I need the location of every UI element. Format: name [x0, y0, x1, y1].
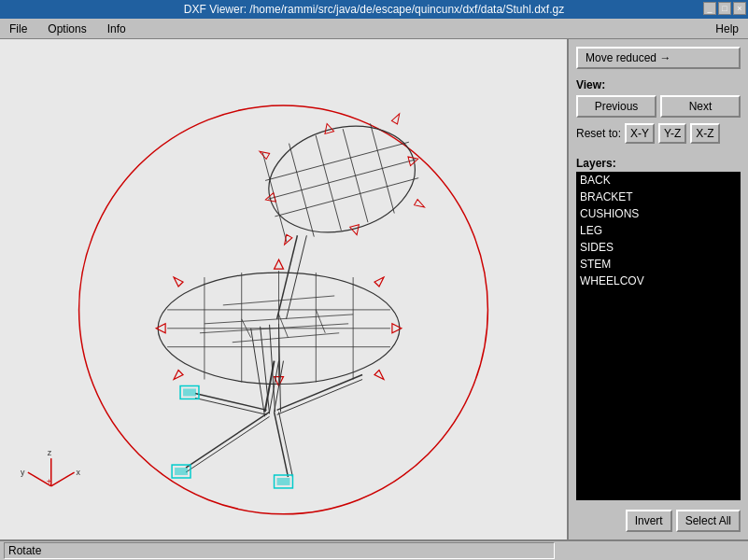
- view-section: View: Previous Next Reset to: X-Y Y-Z X-…: [576, 75, 741, 144]
- title-bar: DXF Viewer: /home/rammi/src/java/de/esca…: [0, 0, 748, 19]
- status-field: Rotate: [4, 542, 555, 559]
- svg-text:+: +: [47, 477, 51, 486]
- window-title: DXF Viewer: /home/rammi/src/java/de/esca…: [184, 3, 564, 16]
- xz-button[interactable]: X-Z: [690, 123, 719, 144]
- maximize-button[interactable]: □: [718, 2, 731, 15]
- svg-rect-48: [277, 478, 290, 485]
- status-text: Rotate: [8, 544, 41, 557]
- svg-rect-52: [183, 388, 196, 396]
- status-bar: Rotate: [0, 539, 748, 560]
- menu-items: File Options Info: [4, 21, 132, 37]
- right-panel: Move reduced → View: Previous Next Reset…: [569, 39, 748, 539]
- layer-item[interactable]: BRACKET: [576, 189, 741, 205]
- menu-help[interactable]: Help: [710, 21, 744, 37]
- menu-bar: File Options Info Help: [0, 19, 748, 39]
- svg-rect-44: [175, 468, 188, 475]
- layer-item[interactable]: CUSHIONS: [576, 205, 741, 222]
- menu-options[interactable]: Options: [42, 21, 92, 37]
- layers-section: Layers: BACKBRACKETCUSHIONSLEGSIDESSTEMW…: [576, 153, 741, 500]
- next-button[interactable]: Next: [660, 95, 741, 118]
- dxf-canvas: x y z +: [0, 39, 567, 539]
- minimize-button[interactable]: _: [703, 2, 716, 15]
- layer-item[interactable]: STEM: [576, 256, 741, 273]
- main-layout: x y z + Move reduced → View: Previous Ne…: [0, 39, 748, 539]
- invert-button[interactable]: Invert: [626, 510, 672, 532]
- svg-text:y: y: [21, 468, 25, 477]
- layers-list[interactable]: BACKBRACKETCUSHIONSLEGSIDESSTEMWHEELCOV: [576, 172, 741, 500]
- close-button[interactable]: ×: [733, 2, 746, 15]
- previous-button[interactable]: Previous: [576, 95, 656, 118]
- layer-item[interactable]: BACK: [576, 172, 741, 189]
- view-label: View:: [576, 78, 741, 91]
- yz-button[interactable]: Y-Z: [658, 123, 686, 144]
- svg-text:x: x: [77, 468, 81, 477]
- layer-item[interactable]: SIDES: [576, 239, 741, 256]
- layer-item[interactable]: LEG: [576, 222, 741, 239]
- layer-item[interactable]: WHEELCOV: [576, 273, 741, 289]
- svg-text:z: z: [48, 448, 52, 457]
- select-all-button[interactable]: Select All: [676, 510, 741, 532]
- menu-file[interactable]: File: [4, 21, 33, 37]
- layers-label: Layers:: [576, 157, 741, 170]
- move-reduced-button[interactable]: Move reduced →: [576, 47, 741, 69]
- reset-label: Reset to:: [576, 127, 621, 140]
- window-controls: _ □ ×: [703, 2, 746, 15]
- viewport[interactable]: x y z +: [0, 39, 569, 539]
- xy-button[interactable]: X-Y: [625, 123, 655, 144]
- menu-info[interactable]: Info: [102, 21, 132, 37]
